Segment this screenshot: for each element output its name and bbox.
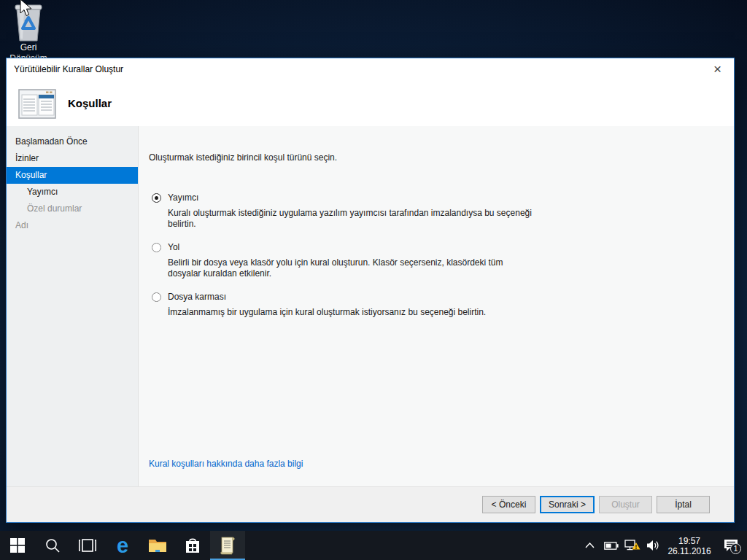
- wizard-sidebar: Başlamadan Önce İzinler Koşullar Yayımcı…: [7, 126, 139, 486]
- search-button[interactable]: [35, 531, 70, 560]
- action-center-button[interactable]: 1: [715, 531, 747, 560]
- option-publisher: Yayımcı Kuralı oluşturmak istediğiniz uy…: [149, 192, 719, 230]
- more-info-link[interactable]: Kural koşulları hakkında daha fazla bilg…: [149, 459, 303, 469]
- create-button: Oluştur: [599, 496, 652, 513]
- tray-expand-button[interactable]: [579, 531, 600, 560]
- option-path-label: Yol: [168, 242, 179, 252]
- start-button[interactable]: [0, 531, 35, 560]
- task-view-icon: [79, 539, 96, 552]
- mouse-cursor-icon: [19, 0, 34, 20]
- close-button[interactable]: ×: [701, 58, 734, 80]
- sidebar-item-izinler[interactable]: İzinler: [7, 150, 138, 167]
- file-explorer-icon: [148, 537, 167, 553]
- option-publisher-label: Yayımcı: [168, 192, 198, 203]
- start-icon: [10, 538, 25, 553]
- battery-icon: [604, 542, 619, 550]
- edge-icon: e: [117, 535, 128, 556]
- cancel-button[interactable]: İptal: [657, 496, 710, 513]
- notification-badge: 1: [730, 543, 741, 554]
- window-title: Yürütülebilir Kurallar Oluştur: [14, 64, 701, 74]
- network-warning-icon: [624, 540, 640, 552]
- wizard-footer: < Önceki Sonraki > Oluştur İptal: [7, 486, 734, 522]
- edge-button[interactable]: e: [105, 531, 140, 560]
- sidebar-item-ozel-durumlar[interactable]: Özel durumlar: [7, 201, 138, 217]
- volume-icon: [646, 540, 660, 551]
- intro-text: Oluşturmak istediğiniz birincil koşul tü…: [149, 152, 719, 163]
- clock-date: 26.11.2016: [664, 546, 715, 556]
- option-file-hash: Dosya karması İmzalanmamış bir uygulama …: [149, 292, 719, 318]
- task-view-button[interactable]: [70, 531, 105, 560]
- wizard-dialog: Yürütülebilir Kurallar Oluştur × Koşulla…: [6, 58, 735, 523]
- volume-status[interactable]: [643, 531, 664, 560]
- file-explorer-button[interactable]: [140, 531, 175, 560]
- option-file-hash-label: Dosya karması: [168, 292, 226, 302]
- radio-file-hash[interactable]: [152, 292, 161, 302]
- security-policy-icon: [219, 536, 236, 555]
- sidebar-item-yayimci[interactable]: Yayımcı: [7, 184, 138, 201]
- radio-path[interactable]: [152, 243, 161, 252]
- sidebar-item-kosullar[interactable]: Koşullar: [7, 167, 138, 184]
- taskbar: e: [0, 531, 747, 560]
- option-publisher-description: Kuralı oluşturmak istediğiniz uygulama y…: [168, 208, 536, 230]
- clock-time: 19:57: [664, 536, 715, 546]
- recycle-bin-label: Geri: [6, 42, 51, 53]
- option-file-hash-description: İmzalanmamış bir uygulama için kural olu…: [168, 307, 536, 318]
- sidebar-item-baslamadan-once[interactable]: Başlamadan Önce: [7, 133, 138, 150]
- search-icon: [44, 537, 61, 553]
- security-policy-app-button[interactable]: [210, 531, 245, 560]
- store-icon: [184, 537, 201, 554]
- tray-chevron-icon: [585, 542, 595, 548]
- next-button[interactable]: Sonraki >: [540, 496, 595, 513]
- battery-status[interactable]: [600, 531, 622, 560]
- option-path: Yol Belirli bir dosya veya klasör yolu i…: [149, 242, 719, 279]
- previous-button[interactable]: < Önceki: [482, 496, 535, 513]
- close-icon: ×: [713, 61, 721, 77]
- radio-publisher[interactable]: [152, 193, 161, 203]
- title-bar: Yürütülebilir Kurallar Oluştur ×: [7, 58, 734, 80]
- taskbar-clock[interactable]: 19:57 26.11.2016: [664, 535, 715, 556]
- network-status[interactable]: [622, 531, 643, 560]
- page-title: Koşullar: [68, 97, 112, 109]
- wizard-page-icon: [17, 87, 58, 120]
- store-button[interactable]: [175, 531, 210, 560]
- wizard-content: Oluşturmak istediğiniz birincil koşul tü…: [139, 126, 734, 486]
- wizard-header: Koşullar: [7, 80, 734, 126]
- sidebar-item-adi[interactable]: Adı: [7, 217, 138, 234]
- option-path-description: Belirli bir dosya veya klasör yolu için …: [168, 257, 536, 279]
